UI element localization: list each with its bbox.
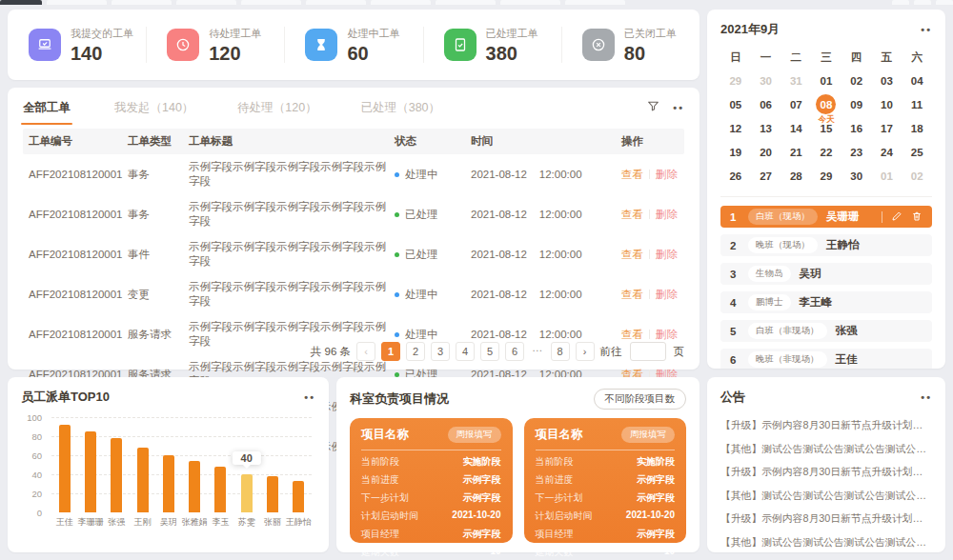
- calendar-day[interactable]: 21: [781, 140, 811, 164]
- calendar-day[interactable]: 10: [872, 92, 902, 116]
- worklist-tab[interactable]: 待处理（120）: [237, 100, 316, 125]
- calendar-day[interactable]: 16: [841, 116, 872, 140]
- calendar-day[interactable]: 11: [902, 92, 932, 116]
- announcement-item[interactable]: 【其他】测试公告测试公告测试公告测试公告测试公告: [720, 484, 932, 508]
- calendar-day[interactable]: 24: [872, 140, 902, 164]
- calendar-day[interactable]: 05: [720, 92, 751, 116]
- announcement-item[interactable]: 【升级】示例内容8月30日新节点升级计划通知: [720, 413, 932, 437]
- bar-slot[interactable]: [286, 417, 312, 512]
- browser-tab[interactable]: [241, 0, 301, 5]
- calendar-day[interactable]: 25: [902, 140, 932, 164]
- browser-tab[interactable]: [371, 0, 431, 5]
- bar-slot[interactable]: [181, 417, 207, 512]
- announcement-item[interactable]: 【升级】示例内容8月30日新节点升级计划通知: [720, 507, 932, 530]
- browser-tab[interactable]: [436, 0, 496, 5]
- table-row[interactable]: AFF202108120001 事务 示例字段示例字段示例字段示例字段示例字段 …: [23, 154, 684, 194]
- announcement-item[interactable]: 【其他】测试公告测试公告测试公告测试公告测试公告: [720, 437, 932, 461]
- calendar-day[interactable]: 13: [751, 116, 781, 140]
- trash-icon[interactable]: [911, 210, 923, 224]
- announcement-item[interactable]: 【其他】测试公告测试公告测试公告测试公告测试公告: [720, 530, 932, 554]
- browser-tab-active[interactable]: [0, 0, 42, 5]
- page-button[interactable]: 2: [406, 342, 425, 361]
- table-row[interactable]: AFF202108120001 事件 示例字段示例字段示例字段示例字段示例字段 …: [23, 234, 684, 274]
- view-link[interactable]: 查看: [621, 168, 643, 182]
- page-button[interactable]: 3: [431, 342, 450, 361]
- calendar-day[interactable]: 07: [781, 92, 811, 116]
- calendar-more-icon[interactable]: ••: [921, 27, 932, 32]
- worklist-tab[interactable]: 已处理（380）: [361, 100, 440, 125]
- table-row[interactable]: AFF202108120001 变更 示例字段示例字段示例字段示例字段示例字段 …: [23, 274, 684, 314]
- window-control[interactable]: [914, 0, 931, 5]
- roster-row[interactable]: 6 晚班（非现场） 王佳: [720, 349, 932, 369]
- calendar-day[interactable]: 09: [841, 92, 872, 116]
- calendar-day[interactable]: 12: [720, 116, 751, 140]
- calendar-day[interactable]: 18: [902, 116, 932, 140]
- delete-link[interactable]: 删除: [656, 168, 678, 182]
- calendar-day[interactable]: 22: [811, 140, 841, 164]
- browser-tab[interactable]: [500, 0, 560, 5]
- calendar-day[interactable]: 30: [751, 69, 781, 92]
- page-button[interactable]: 6: [505, 342, 524, 361]
- calendar-day[interactable]: 26: [720, 164, 751, 188]
- calendar-day[interactable]: 23: [841, 140, 872, 164]
- window-control[interactable]: [936, 0, 953, 5]
- page-button[interactable]: 5: [480, 342, 499, 361]
- view-link[interactable]: 查看: [621, 288, 643, 302]
- browser-tab[interactable]: [306, 0, 366, 5]
- roster-row[interactable]: 4 鹏博士 李王峰: [720, 291, 932, 313]
- edit-icon[interactable]: [891, 210, 902, 224]
- bar-slot[interactable]: [208, 417, 233, 512]
- calendar-day[interactable]: 30: [841, 164, 872, 188]
- view-link[interactable]: 查看: [621, 328, 643, 342]
- calendar-day[interactable]: 01: [811, 69, 841, 92]
- browser-tab[interactable]: [565, 0, 625, 5]
- page-button[interactable]: 1: [381, 342, 400, 361]
- calendar-day[interactable]: 02: [902, 164, 932, 188]
- delete-link[interactable]: 删除: [656, 328, 678, 342]
- announcement-item[interactable]: 【升级】示例内容8月30日新节点升级计划通知: [720, 460, 932, 484]
- roster-row[interactable]: 2 晚班（现场） 王静怡: [720, 234, 932, 256]
- calendar-day[interactable]: 20: [751, 140, 781, 164]
- delete-link[interactable]: 删除: [656, 248, 678, 262]
- calendar-day[interactable]: 29: [811, 164, 841, 188]
- chart-more-icon[interactable]: ••: [304, 394, 315, 400]
- stage-project-count-button[interactable]: 不同阶段项目数: [594, 389, 687, 410]
- bar-slot[interactable]: 40: [233, 417, 259, 512]
- calendar-day[interactable]: 03: [872, 69, 902, 92]
- project-card[interactable]: 项目名称 周报填写 当前阶段实施阶段当前进度示例字段下一步计划示例字段计划启动时…: [524, 418, 687, 543]
- calendar-day[interactable]: 19: [720, 140, 751, 164]
- browser-tab[interactable]: [47, 0, 107, 5]
- calendar-day[interactable]: 28: [781, 164, 811, 188]
- calendar-day[interactable]: 06: [751, 92, 781, 116]
- bar-slot[interactable]: [77, 417, 103, 512]
- calendar-day[interactable]: 01: [872, 164, 902, 188]
- delete-link[interactable]: 删除: [656, 208, 678, 222]
- browser-tab[interactable]: [176, 0, 236, 5]
- announcements-more-icon[interactable]: ••: [921, 394, 932, 400]
- calendar-day[interactable]: 14: [781, 116, 811, 140]
- calendar-day[interactable]: 27: [751, 164, 781, 188]
- page-button[interactable]: 8: [551, 342, 570, 361]
- bar-slot[interactable]: [104, 417, 130, 512]
- project-card[interactable]: 项目名称 周报填写 当前阶段实施阶段当前进度示例字段下一步计划示例字段计划启动时…: [350, 418, 513, 543]
- roster-row[interactable]: 3 生物岛 吴玥: [720, 263, 932, 285]
- calendar-day[interactable]: 04: [902, 69, 932, 92]
- calendar-day[interactable]: 17: [872, 116, 902, 140]
- bar-slot[interactable]: [51, 417, 77, 512]
- bar-slot[interactable]: [155, 417, 181, 512]
- worklist-tab[interactable]: 我发起（140）: [114, 100, 193, 125]
- bar-slot[interactable]: [130, 417, 155, 512]
- calendar-day[interactable]: 29: [720, 69, 751, 92]
- worklist-tab[interactable]: 全部工单: [23, 100, 71, 125]
- delete-link[interactable]: 删除: [656, 288, 678, 302]
- more-icon[interactable]: ••: [673, 105, 684, 110]
- roster-row[interactable]: 5 白班（非现场） 张强: [720, 320, 932, 342]
- view-link[interactable]: 查看: [621, 248, 643, 262]
- page-button[interactable]: 4: [456, 342, 475, 361]
- window-control[interactable]: [892, 0, 909, 5]
- next-page-button[interactable]: ›: [576, 342, 595, 361]
- calendar-day[interactable]: 02: [841, 69, 872, 92]
- roster-row[interactable]: 1 白班（现场） 吴珊珊: [720, 206, 932, 228]
- weekly-report-badge[interactable]: 周报填写: [621, 427, 675, 443]
- browser-tab[interactable]: [112, 0, 172, 5]
